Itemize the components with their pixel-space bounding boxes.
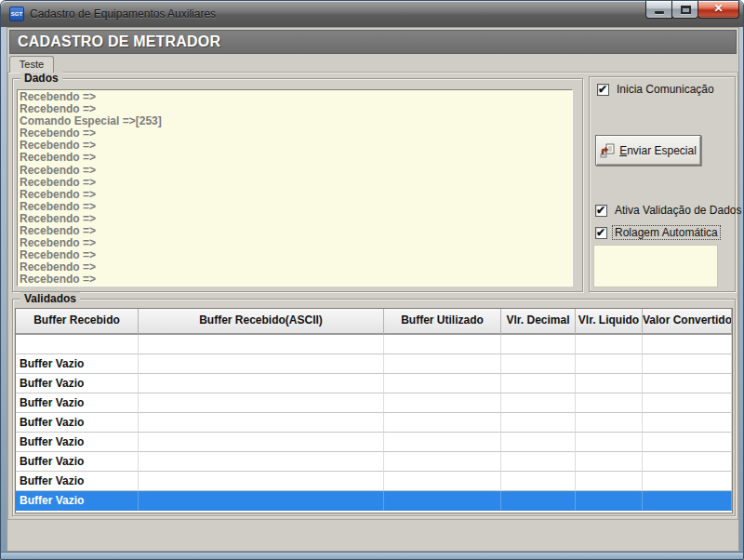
table-cell[interactable] [576, 374, 643, 393]
log-line[interactable]: Recebendo => [20, 189, 570, 201]
table-cell[interactable] [139, 433, 384, 452]
log-line[interactable]: Recebendo => [20, 177, 570, 189]
log-line[interactable]: Recebendo => [20, 140, 570, 152]
table-cell[interactable] [139, 354, 384, 374]
table-row[interactable]: Buffer Vazio [16, 472, 732, 491]
table-cell[interactable] [501, 354, 576, 374]
table-cell[interactable] [643, 472, 732, 491]
rolagem-automatica-checkbox[interactable]: Rolagem Automática [595, 226, 720, 239]
table-cell[interactable] [643, 433, 732, 452]
table-cell[interactable] [501, 452, 576, 472]
table-cell[interactable] [384, 472, 501, 491]
table-cell[interactable] [384, 354, 501, 374]
column-header[interactable]: Buffer Recebido(ASCII) [139, 309, 384, 335]
log-line[interactable]: Recebendo => [20, 201, 570, 213]
table-cell[interactable] [384, 452, 501, 472]
table-row[interactable]: Buffer Vazio [16, 452, 732, 472]
table-cell[interactable] [576, 413, 643, 433]
title-bar[interactable]: SGT Cadastro de Equipamentos Auxiliares … [1, 1, 744, 27]
table-cell[interactable] [139, 393, 384, 413]
side-memo-box[interactable] [593, 245, 718, 287]
table-cell[interactable] [576, 491, 643, 511]
table-cell[interactable] [576, 393, 643, 413]
column-header[interactable]: Vlr. Liquido [576, 309, 643, 335]
table-cell[interactable] [576, 335, 643, 354]
table-cell[interactable] [643, 413, 732, 433]
table-cell[interactable] [139, 452, 384, 472]
table-cell[interactable]: Buffer Vazio [16, 413, 139, 433]
column-header[interactable]: Buffer Utilizado [384, 309, 501, 335]
log-line[interactable]: Recebendo => [20, 261, 570, 273]
log-line[interactable]: Recebendo => [20, 225, 570, 237]
table-cell[interactable] [643, 374, 732, 393]
inicia-comunicacao-checkbox[interactable]: Inicia Comunicação [597, 83, 716, 96]
validados-table: Buffer RecebidoBuffer Recebido(ASCII)Buf… [15, 308, 733, 513]
column-header[interactable]: Buffer Recebido [16, 309, 139, 335]
log-line[interactable]: Recebendo => [20, 91, 570, 103]
table-row[interactable]: Buffer Vazio [16, 413, 732, 433]
minimize-button[interactable] [645, 1, 672, 19]
table-cell[interactable] [501, 374, 576, 393]
table-row[interactable]: Buffer Vazio [16, 374, 732, 393]
communication-log-list[interactable]: Recebendo =>Recebendo =>Comando Especial… [17, 89, 573, 287]
table-cell[interactable] [643, 354, 732, 374]
table-cell[interactable] [576, 354, 643, 374]
table-cell[interactable]: Buffer Vazio [16, 374, 139, 393]
table-cell[interactable]: Buffer Vazio [16, 452, 139, 472]
table-cell[interactable]: Buffer Vazio [16, 433, 139, 452]
table-cell[interactable] [384, 433, 501, 452]
maximize-button[interactable] [671, 1, 698, 19]
table-row[interactable]: Buffer Vazio [16, 393, 732, 413]
log-line[interactable]: Recebendo => [20, 213, 570, 225]
log-line[interactable]: Recebendo => [20, 237, 570, 249]
table-cell[interactable] [643, 491, 732, 511]
ativa-validacao-checkbox[interactable]: Ativa Validação de Dados [595, 204, 744, 217]
ativa-validacao-label: Ativa Validação de Dados [613, 204, 744, 217]
table-cell[interactable]: Buffer Vazio [16, 393, 139, 413]
column-header[interactable]: Vlr. Decimal [501, 309, 576, 335]
table-cell[interactable] [576, 472, 643, 491]
tab-teste[interactable]: Teste [9, 56, 54, 73]
table-cell[interactable] [384, 335, 501, 354]
table-cell[interactable] [384, 413, 501, 433]
table-cell[interactable]: Buffer Vazio [16, 491, 139, 511]
close-button[interactable]: ✕ [698, 1, 739, 19]
table-cell[interactable] [139, 335, 384, 354]
table-cell[interactable] [501, 413, 576, 433]
table-cell[interactable] [643, 452, 732, 472]
table-cell[interactable] [139, 472, 384, 491]
table-cell[interactable] [384, 491, 501, 511]
inicia-comunicacao-label: Inicia Comunicação [615, 83, 716, 96]
log-line[interactable]: Comando Especial =>[253] [20, 115, 570, 127]
side-panel: Inicia Comunicação Enviar Especial [589, 76, 736, 292]
log-line[interactable]: Recebendo => [20, 273, 570, 286]
column-header[interactable]: Valor Convertido [643, 309, 732, 335]
table-cell[interactable] [576, 452, 643, 472]
table-cell[interactable] [643, 393, 732, 413]
table-cell[interactable] [501, 335, 576, 354]
table-row[interactable] [16, 335, 732, 354]
table-cell[interactable] [139, 374, 384, 393]
log-line[interactable]: Recebendo => [20, 165, 570, 177]
table-cell[interactable]: Buffer Vazio [16, 472, 139, 491]
table-cell[interactable] [501, 433, 576, 452]
table-cell[interactable] [501, 491, 576, 511]
table-cell[interactable] [139, 491, 384, 511]
log-line[interactable]: Recebendo => [20, 127, 570, 140]
table-cell[interactable] [16, 335, 139, 354]
log-line[interactable]: Recebendo => [20, 152, 570, 164]
table-cell[interactable] [643, 335, 732, 354]
enviar-especial-button[interactable]: Enviar Especial [595, 135, 701, 166]
table-row[interactable]: Buffer Vazio [16, 491, 732, 511]
table-cell[interactable] [501, 393, 576, 413]
log-line[interactable]: Recebendo => [20, 249, 570, 261]
table-cell[interactable]: Buffer Vazio [16, 354, 139, 374]
table-cell[interactable] [384, 374, 501, 393]
page-title: CADASTRO DE METRADOR [9, 30, 737, 54]
table-cell[interactable] [501, 472, 576, 491]
table-row[interactable]: Buffer Vazio [16, 354, 732, 374]
table-cell[interactable] [576, 433, 643, 452]
table-cell[interactable] [139, 413, 384, 433]
table-cell[interactable] [384, 393, 501, 413]
table-row[interactable]: Buffer Vazio [16, 433, 732, 452]
